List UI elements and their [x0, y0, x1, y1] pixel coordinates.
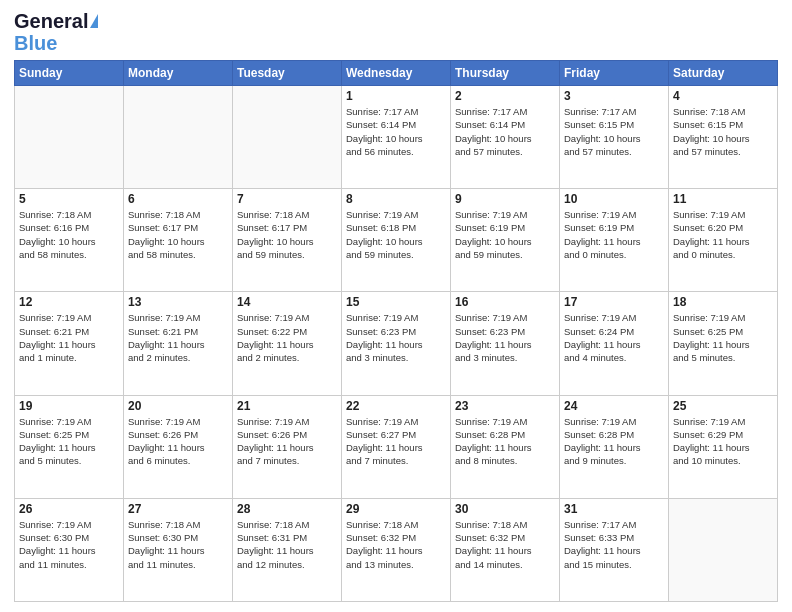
day-number: 14: [237, 295, 337, 309]
day-info: Sunrise: 7:19 AM Sunset: 6:18 PM Dayligh…: [346, 208, 446, 261]
day-info: Sunrise: 7:19 AM Sunset: 6:21 PM Dayligh…: [19, 311, 119, 364]
week-row-2: 12Sunrise: 7:19 AM Sunset: 6:21 PM Dayli…: [15, 292, 778, 395]
day-number: 20: [128, 399, 228, 413]
weekday-header-monday: Monday: [124, 61, 233, 86]
day-info: Sunrise: 7:19 AM Sunset: 6:23 PM Dayligh…: [346, 311, 446, 364]
day-info: Sunrise: 7:18 AM Sunset: 6:32 PM Dayligh…: [346, 518, 446, 571]
day-cell: 6Sunrise: 7:18 AM Sunset: 6:17 PM Daylig…: [124, 189, 233, 292]
day-cell: 31Sunrise: 7:17 AM Sunset: 6:33 PM Dayli…: [560, 498, 669, 601]
day-number: 6: [128, 192, 228, 206]
day-number: 15: [346, 295, 446, 309]
day-info: Sunrise: 7:19 AM Sunset: 6:27 PM Dayligh…: [346, 415, 446, 468]
weekday-header-wednesday: Wednesday: [342, 61, 451, 86]
day-cell: [124, 86, 233, 189]
day-info: Sunrise: 7:19 AM Sunset: 6:28 PM Dayligh…: [564, 415, 664, 468]
day-info: Sunrise: 7:17 AM Sunset: 6:15 PM Dayligh…: [564, 105, 664, 158]
day-cell: 24Sunrise: 7:19 AM Sunset: 6:28 PM Dayli…: [560, 395, 669, 498]
day-number: 25: [673, 399, 773, 413]
week-row-3: 19Sunrise: 7:19 AM Sunset: 6:25 PM Dayli…: [15, 395, 778, 498]
header: General Blue: [14, 10, 778, 54]
day-info: Sunrise: 7:19 AM Sunset: 6:20 PM Dayligh…: [673, 208, 773, 261]
week-row-1: 5Sunrise: 7:18 AM Sunset: 6:16 PM Daylig…: [15, 189, 778, 292]
day-number: 22: [346, 399, 446, 413]
day-number: 31: [564, 502, 664, 516]
day-info: Sunrise: 7:19 AM Sunset: 6:25 PM Dayligh…: [19, 415, 119, 468]
day-info: Sunrise: 7:18 AM Sunset: 6:30 PM Dayligh…: [128, 518, 228, 571]
week-row-4: 26Sunrise: 7:19 AM Sunset: 6:30 PM Dayli…: [15, 498, 778, 601]
day-number: 5: [19, 192, 119, 206]
day-cell: 30Sunrise: 7:18 AM Sunset: 6:32 PM Dayli…: [451, 498, 560, 601]
day-cell: 3Sunrise: 7:17 AM Sunset: 6:15 PM Daylig…: [560, 86, 669, 189]
day-info: Sunrise: 7:18 AM Sunset: 6:17 PM Dayligh…: [237, 208, 337, 261]
logo-blue: Blue: [14, 32, 57, 54]
day-cell: 18Sunrise: 7:19 AM Sunset: 6:25 PM Dayli…: [669, 292, 778, 395]
day-cell: 11Sunrise: 7:19 AM Sunset: 6:20 PM Dayli…: [669, 189, 778, 292]
day-cell: 13Sunrise: 7:19 AM Sunset: 6:21 PM Dayli…: [124, 292, 233, 395]
day-cell: 22Sunrise: 7:19 AM Sunset: 6:27 PM Dayli…: [342, 395, 451, 498]
day-info: Sunrise: 7:19 AM Sunset: 6:26 PM Dayligh…: [128, 415, 228, 468]
day-number: 9: [455, 192, 555, 206]
day-number: 13: [128, 295, 228, 309]
day-number: 11: [673, 192, 773, 206]
day-number: 28: [237, 502, 337, 516]
day-number: 26: [19, 502, 119, 516]
day-number: 2: [455, 89, 555, 103]
day-info: Sunrise: 7:19 AM Sunset: 6:21 PM Dayligh…: [128, 311, 228, 364]
day-number: 16: [455, 295, 555, 309]
logo: General Blue: [14, 10, 98, 54]
day-number: 7: [237, 192, 337, 206]
day-cell: 23Sunrise: 7:19 AM Sunset: 6:28 PM Dayli…: [451, 395, 560, 498]
day-info: Sunrise: 7:19 AM Sunset: 6:24 PM Dayligh…: [564, 311, 664, 364]
day-info: Sunrise: 7:17 AM Sunset: 6:14 PM Dayligh…: [346, 105, 446, 158]
day-info: Sunrise: 7:19 AM Sunset: 6:19 PM Dayligh…: [564, 208, 664, 261]
day-info: Sunrise: 7:17 AM Sunset: 6:33 PM Dayligh…: [564, 518, 664, 571]
day-info: Sunrise: 7:19 AM Sunset: 6:29 PM Dayligh…: [673, 415, 773, 468]
day-info: Sunrise: 7:18 AM Sunset: 6:31 PM Dayligh…: [237, 518, 337, 571]
day-cell: 28Sunrise: 7:18 AM Sunset: 6:31 PM Dayli…: [233, 498, 342, 601]
day-number: 10: [564, 192, 664, 206]
logo-general: General: [14, 10, 88, 32]
day-info: Sunrise: 7:19 AM Sunset: 6:19 PM Dayligh…: [455, 208, 555, 261]
day-info: Sunrise: 7:18 AM Sunset: 6:15 PM Dayligh…: [673, 105, 773, 158]
day-cell: 15Sunrise: 7:19 AM Sunset: 6:23 PM Dayli…: [342, 292, 451, 395]
day-cell: 8Sunrise: 7:19 AM Sunset: 6:18 PM Daylig…: [342, 189, 451, 292]
day-number: 8: [346, 192, 446, 206]
day-number: 18: [673, 295, 773, 309]
day-number: 27: [128, 502, 228, 516]
day-cell: 16Sunrise: 7:19 AM Sunset: 6:23 PM Dayli…: [451, 292, 560, 395]
day-info: Sunrise: 7:19 AM Sunset: 6:28 PM Dayligh…: [455, 415, 555, 468]
day-cell: 26Sunrise: 7:19 AM Sunset: 6:30 PM Dayli…: [15, 498, 124, 601]
day-number: 23: [455, 399, 555, 413]
day-number: 24: [564, 399, 664, 413]
day-number: 17: [564, 295, 664, 309]
day-cell: 17Sunrise: 7:19 AM Sunset: 6:24 PM Dayli…: [560, 292, 669, 395]
day-cell: 27Sunrise: 7:18 AM Sunset: 6:30 PM Dayli…: [124, 498, 233, 601]
day-number: 12: [19, 295, 119, 309]
weekday-header-thursday: Thursday: [451, 61, 560, 86]
day-number: 1: [346, 89, 446, 103]
day-info: Sunrise: 7:18 AM Sunset: 6:17 PM Dayligh…: [128, 208, 228, 261]
weekday-header-sunday: Sunday: [15, 61, 124, 86]
day-number: 4: [673, 89, 773, 103]
day-number: 29: [346, 502, 446, 516]
day-number: 30: [455, 502, 555, 516]
day-info: Sunrise: 7:19 AM Sunset: 6:23 PM Dayligh…: [455, 311, 555, 364]
day-info: Sunrise: 7:19 AM Sunset: 6:30 PM Dayligh…: [19, 518, 119, 571]
day-cell: [669, 498, 778, 601]
day-info: Sunrise: 7:18 AM Sunset: 6:32 PM Dayligh…: [455, 518, 555, 571]
day-cell: 25Sunrise: 7:19 AM Sunset: 6:29 PM Dayli…: [669, 395, 778, 498]
day-info: Sunrise: 7:19 AM Sunset: 6:25 PM Dayligh…: [673, 311, 773, 364]
weekday-header-tuesday: Tuesday: [233, 61, 342, 86]
weekday-header-saturday: Saturday: [669, 61, 778, 86]
calendar: SundayMondayTuesdayWednesdayThursdayFrid…: [14, 60, 778, 602]
day-number: 21: [237, 399, 337, 413]
day-cell: 29Sunrise: 7:18 AM Sunset: 6:32 PM Dayli…: [342, 498, 451, 601]
day-cell: 10Sunrise: 7:19 AM Sunset: 6:19 PM Dayli…: [560, 189, 669, 292]
day-cell: 14Sunrise: 7:19 AM Sunset: 6:22 PM Dayli…: [233, 292, 342, 395]
day-cell: 19Sunrise: 7:19 AM Sunset: 6:25 PM Dayli…: [15, 395, 124, 498]
day-cell: 20Sunrise: 7:19 AM Sunset: 6:26 PM Dayli…: [124, 395, 233, 498]
day-cell: [233, 86, 342, 189]
day-cell: 2Sunrise: 7:17 AM Sunset: 6:14 PM Daylig…: [451, 86, 560, 189]
day-cell: 1Sunrise: 7:17 AM Sunset: 6:14 PM Daylig…: [342, 86, 451, 189]
day-cell: 5Sunrise: 7:18 AM Sunset: 6:16 PM Daylig…: [15, 189, 124, 292]
